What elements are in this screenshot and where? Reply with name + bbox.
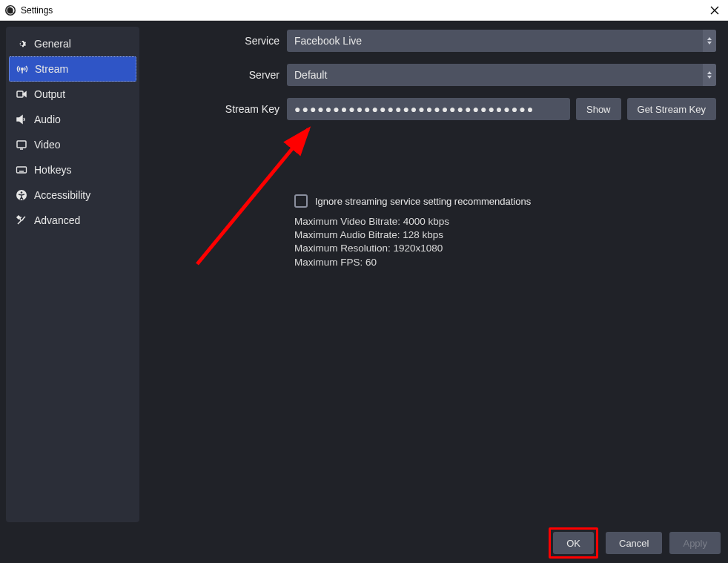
service-select[interactable]: Facebook Live [287,30,716,52]
server-select[interactable]: Default [287,64,716,86]
obs-logo-icon [4,4,16,16]
window-title: Settings [21,5,53,16]
dropdown-spinner-icon[interactable] [703,30,716,52]
service-row: Service Facebook Live [150,30,716,52]
sidebar-item-label: Advanced [34,214,80,226]
server-value: Default [294,69,327,81]
sidebar: General Stream Output Audio Video [6,27,139,522]
show-button[interactable]: Show [576,98,621,120]
sidebar-item-general[interactable]: General [6,31,139,56]
max-fps: Maximum FPS: 60 [294,256,716,269]
content-panel: Service Facebook Live Server Default Str… [139,27,722,522]
max-audio-bitrate: Maximum Audio Bitrate: 128 kbps [294,228,716,242]
streamkey-input[interactable]: ●●●●●●●●●●●●●●●●●●●●●●●●●●●●●●● [287,98,570,120]
ignore-recommendations-row: Ignore streaming service setting recomme… [294,194,716,208]
sidebar-item-audio[interactable]: Audio [6,107,139,132]
service-value: Facebook Live [294,35,362,47]
accessibility-icon [15,188,28,202]
recommendations-info: Maximum Video Bitrate: 4000 kbps Maximum… [294,215,716,269]
sidebar-item-label: Audio [34,113,61,125]
sidebar-item-output[interactable]: Output [6,82,139,107]
cancel-button[interactable]: Cancel [606,532,662,554]
streamkey-label: Stream Key [150,103,287,115]
antenna-icon [16,62,29,76]
sidebar-item-advanced[interactable]: Advanced [6,208,139,233]
svg-rect-5 [17,167,27,173]
apply-button[interactable]: Apply [669,532,721,554]
monitor-icon [15,138,28,151]
sidebar-item-label: Video [34,139,61,151]
sidebar-item-label: Accessibility [34,189,90,201]
get-stream-key-button[interactable]: Get Stream Key [627,98,716,120]
sidebar-item-video[interactable]: Video [6,132,139,157]
svg-point-2 [21,68,23,70]
streamkey-row: Stream Key ●●●●●●●●●●●●●●●●●●●●●●●●●●●●●… [150,98,716,120]
sidebar-item-label: Hotkeys [34,164,72,176]
server-row: Server Default [150,64,716,86]
sidebar-item-label: General [34,38,71,50]
close-icon[interactable] [707,3,722,18]
ignore-recommendations-checkbox[interactable] [294,194,308,208]
streamkey-value: ●●●●●●●●●●●●●●●●●●●●●●●●●●●●●●● [294,103,535,115]
tools-icon [15,214,28,227]
ignore-recommendations-label: Ignore streaming service setting recomme… [315,196,531,207]
footer: OK Cancel Apply [549,527,721,559]
max-resolution: Maximum Resolution: 1920x1080 [294,242,716,255]
max-video-bitrate: Maximum Video Bitrate: 4000 kbps [294,215,716,228]
sidebar-item-accessibility[interactable]: Accessibility [6,182,139,208]
sidebar-item-stream[interactable]: Stream [9,56,136,82]
server-label: Server [150,69,287,81]
dropdown-spinner-icon[interactable] [703,64,716,86]
svg-line-8 [197,129,308,264]
titlebar: Settings [0,0,728,21]
ok-button[interactable]: OK [553,532,594,554]
svg-point-7 [21,191,23,194]
output-icon [15,88,28,101]
gear-icon [15,37,28,50]
sidebar-item-hotkeys[interactable]: Hotkeys [6,157,139,182]
svg-rect-4 [17,141,26,148]
service-label: Service [150,35,287,47]
sidebar-item-label: Stream [35,63,68,75]
window-body: General Stream Output Audio Video [0,21,728,528]
keyboard-icon [15,163,28,177]
speaker-icon [15,113,28,126]
sidebar-item-label: Output [34,88,65,100]
ok-highlight-annotation: OK [549,527,598,559]
